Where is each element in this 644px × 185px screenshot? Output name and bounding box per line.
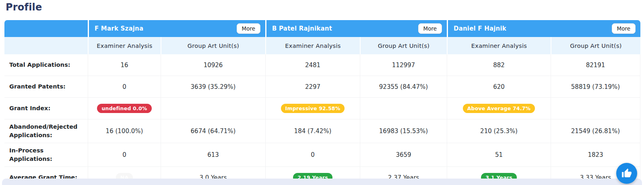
more-button[interactable]: More bbox=[418, 23, 442, 34]
table-row: Granted Patents:03639 (35.29%)229792355 … bbox=[4, 76, 640, 98]
subheader-group-art-units: Group Art Unit(s) bbox=[551, 37, 640, 54]
examiner-name: F Mark Szajna bbox=[95, 25, 143, 32]
row-label: Total Applications: bbox=[4, 54, 88, 76]
value-cell: 112997 bbox=[360, 54, 447, 76]
examiner-header-row: F Mark SzajnaMoreB Patel RajnikantMoreDa… bbox=[4, 20, 640, 37]
page-title: Profile bbox=[6, 2, 42, 13]
value-cell: 21549 (26.81%) bbox=[551, 119, 640, 143]
value-cell: 2481 bbox=[265, 54, 360, 76]
value-cell bbox=[551, 98, 640, 119]
value-cell: 10926 bbox=[161, 54, 265, 76]
examiner-comparison-table: F Mark SzajnaMoreB Patel RajnikantMoreDa… bbox=[4, 20, 640, 185]
value-cell: 0 bbox=[88, 76, 161, 98]
row-label: Abandoned/Rejected Applications: bbox=[4, 119, 88, 143]
value-cell: 3659 bbox=[360, 143, 447, 167]
value-cell: 16 bbox=[88, 54, 161, 76]
value-cell bbox=[161, 98, 265, 119]
value-cell: 0 bbox=[88, 143, 161, 167]
value-cell: Above Average 74.7% bbox=[447, 98, 551, 119]
examiner-header-content: B Patel RajnikantMore bbox=[272, 23, 442, 34]
value-cell: 2297 bbox=[265, 76, 360, 98]
subheader-examiner-analysis: Examiner Analysis bbox=[88, 37, 161, 54]
value-cell: undefined 0.0% bbox=[88, 98, 161, 119]
value-cell: 92355 (84.47%) bbox=[360, 76, 447, 98]
value-cell: Impressive 92.58% bbox=[265, 98, 360, 119]
examiner-name: Daniel F Hajnik bbox=[454, 25, 506, 32]
subheader-group-art-units: Group Art Unit(s) bbox=[360, 37, 447, 54]
status-badge: undefined 0.0% bbox=[97, 104, 151, 113]
examiner-header-content: Daniel F HajnikMore bbox=[454, 23, 636, 34]
examiner-header: B Patel RajnikantMore bbox=[265, 20, 447, 37]
examiner-header: F Mark SzajnaMore bbox=[88, 20, 265, 37]
value-cell: 210 (25.3%) bbox=[447, 119, 551, 143]
subheader-corner-cell bbox=[4, 37, 88, 54]
value-cell: 620 bbox=[447, 76, 551, 98]
value-cell: 82191 bbox=[551, 54, 640, 76]
thumbs-up-icon bbox=[621, 168, 632, 179]
table-row: Abandoned/Rejected Applications:16 (100.… bbox=[4, 119, 640, 143]
profile-table: F Mark SzajnaMoreB Patel RajnikantMoreDa… bbox=[4, 20, 640, 185]
value-cell: 58819 (73.19%) bbox=[551, 76, 640, 98]
table-corner-cell bbox=[4, 20, 88, 37]
status-badge: Above Average 74.7% bbox=[463, 104, 535, 113]
value-cell: 16983 (15.53%) bbox=[360, 119, 447, 143]
value-cell: 184 (7.42%) bbox=[265, 119, 360, 143]
more-button[interactable]: More bbox=[612, 23, 636, 34]
value-cell: 882 bbox=[447, 54, 551, 76]
row-label: In-Process Applications: bbox=[4, 143, 88, 167]
status-badge: Impressive 92.58% bbox=[281, 104, 345, 113]
value-cell: 613 bbox=[161, 143, 265, 167]
more-button[interactable]: More bbox=[237, 23, 260, 34]
feedback-fab-button[interactable] bbox=[616, 163, 637, 184]
row-label: Grant Index: bbox=[4, 98, 88, 119]
value-cell: 16 (100.0%) bbox=[88, 119, 161, 143]
value-cell: 0 bbox=[265, 143, 360, 167]
value-cell: 3639 (35.29%) bbox=[161, 76, 265, 98]
subheader-examiner-analysis: Examiner Analysis bbox=[265, 37, 360, 54]
value-cell bbox=[360, 98, 447, 119]
value-cell: 6674 (64.71%) bbox=[161, 119, 265, 143]
value-cell: 51 bbox=[447, 143, 551, 167]
subheader-group-art-units: Group Art Unit(s) bbox=[161, 37, 265, 54]
table-row: Grant Index:undefined 0.0%Impressive 92.… bbox=[4, 98, 640, 119]
table-row: In-Process Applications:061303659511823 bbox=[4, 143, 640, 167]
examiner-header: Daniel F HajnikMore bbox=[447, 20, 640, 37]
column-header-row: Examiner AnalysisGroup Art Unit(s)Examin… bbox=[4, 37, 640, 54]
row-label: Granted Patents: bbox=[4, 76, 88, 98]
subheader-examiner-analysis: Examiner Analysis bbox=[447, 37, 551, 54]
table-row: Total Applications:161092624811129978828… bbox=[4, 54, 640, 76]
next-section-card-edge bbox=[2, 179, 642, 185]
examiner-header-content: F Mark SzajnaMore bbox=[95, 23, 260, 34]
examiner-name: B Patel Rajnikant bbox=[272, 25, 332, 32]
